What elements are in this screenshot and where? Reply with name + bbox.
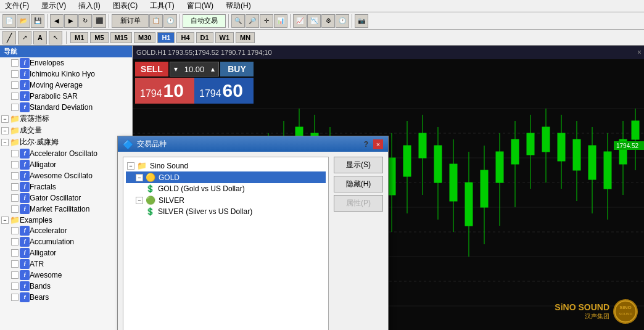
dialog-tree-silver-folder[interactable]: − 🟢 SILVER [126, 194, 326, 206]
dialog-titlebar: 🔷 交易品种 ? × [118, 136, 388, 152]
dialog-hide-button[interactable]: 隐藏(H) [334, 176, 383, 192]
dialog-tree-silver-item[interactable]: 💲 SILVER (Silver vs US Dollar) [126, 206, 326, 217]
expand-sinosound-icon[interactable]: − [127, 162, 134, 170]
dialog-tree-label-sinosound: Sino Sound [150, 162, 188, 170]
dialog-tree-label-silver: SILVER [159, 196, 184, 205]
dialog-tree-label-gold-item: GOLD (Gold vs US Dollar) [158, 184, 245, 193]
dialog-close-btn[interactable]: × [373, 139, 383, 149]
dialog-tree-label-silver-item: SILVER (Silver vs US Dollar) [158, 207, 252, 216]
dialog-title-left: 🔷 交易品种 [123, 139, 167, 149]
dialog-action-buttons: 显示(S) 隐藏(H) 属性(P) [334, 157, 383, 330]
dialog-help-btn[interactable]: ? [361, 140, 371, 149]
dialog-title: 交易品种 [137, 139, 167, 149]
folder-silver-icon: 🟢 [146, 196, 155, 205]
expand-silver-icon[interactable]: − [136, 197, 143, 204]
dialog-tree-label-gold: GOLD [159, 173, 180, 182]
dialog-properties-button[interactable]: 属性(P) [334, 195, 383, 212]
dialog-tree-sinosound[interactable]: − 📁 Sino Sound [126, 160, 326, 171]
dialog-show-button[interactable]: 显示(S) [334, 157, 383, 173]
trading-symbols-dialog: 🔷 交易品种 ? × − 📁 Sino Sound − 🟡 [117, 136, 389, 330]
dialog-tree-gold-folder[interactable]: − 🟡 GOLD [126, 171, 326, 183]
dialog-overlay: 🔷 交易品种 ? × − 📁 Sino Sound − 🟡 [0, 0, 644, 330]
expand-gold-icon[interactable]: − [136, 174, 143, 181]
dialog-tree[interactable]: − 📁 Sino Sound − 🟡 GOLD 💲 GOLD (Gold vs … [123, 157, 329, 330]
dialog-body: − 📁 Sino Sound − 🟡 GOLD 💲 GOLD (Gold vs … [118, 152, 388, 330]
folder-sinosound-icon: 📁 [137, 161, 147, 170]
dialog-icon: 🔷 [123, 139, 133, 149]
dialog-tree-gold-item[interactable]: 💲 GOLD (Gold vs US Dollar) [126, 183, 326, 194]
gold-item-icon: 💲 [146, 184, 155, 193]
folder-gold-icon: 🟡 [146, 173, 155, 182]
silver-item-icon: 💲 [146, 207, 155, 216]
